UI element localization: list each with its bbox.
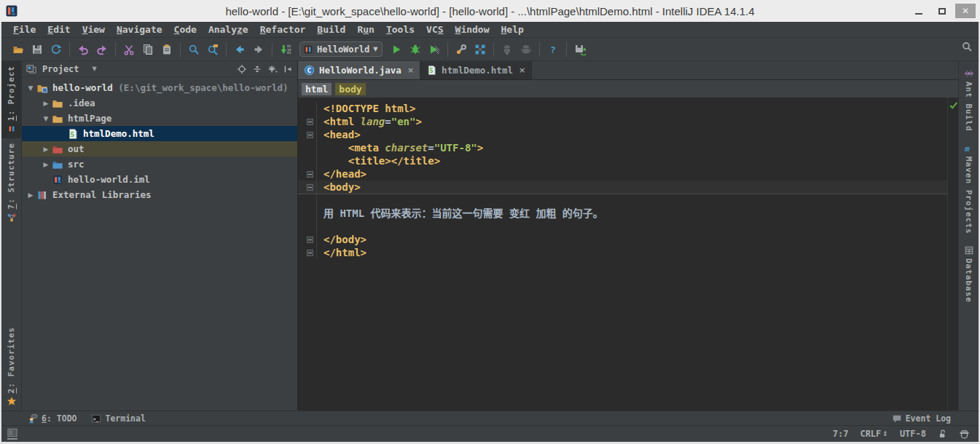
coverage-button[interactable]	[425, 41, 444, 58]
fold-open-icon[interactable]	[307, 132, 313, 138]
tree-row[interactable]: ▼htmlPage	[22, 111, 297, 126]
fold-marker[interactable]	[298, 181, 317, 194]
tree-row[interactable]: ▼hello-world (E:\git_work_space\hello-wo…	[22, 80, 297, 95]
chevron-down-icon[interactable]: ▼	[93, 66, 97, 72]
fold-marker[interactable]	[298, 167, 317, 181]
tool-window-button-ant-build[interactable]: Ant Build	[959, 61, 979, 136]
tool-window-button--favorites[interactable]: 2: Favorites	[1, 322, 21, 411]
caret-position[interactable]: 7:7	[833, 429, 849, 439]
tree-row[interactable]: ▶.idea	[22, 95, 297, 111]
chevron-collapsed-icon[interactable]: ▶	[40, 146, 52, 153]
fold-marker[interactable]	[298, 233, 317, 246]
fold-close-icon[interactable]	[307, 250, 313, 256]
main-area: 1: Project7: Structure2: Favorites Proje…	[1, 61, 979, 411]
tree-row[interactable]: 5htmlDemo.html	[22, 126, 297, 141]
run-button[interactable]	[387, 41, 406, 58]
menu-item-edit[interactable]: Edit	[42, 22, 76, 38]
menu-item-code[interactable]: Code	[168, 22, 203, 38]
redo-button[interactable]	[93, 41, 111, 58]
search-everywhere-icon[interactable]	[961, 41, 973, 52]
gear-icon[interactable]	[267, 64, 278, 74]
chevron-collapsed-icon[interactable]: ▶	[25, 191, 36, 199]
find-button[interactable]	[184, 41, 203, 58]
settings-button[interactable]	[452, 41, 471, 58]
code-line: </html>	[298, 246, 947, 259]
chevron-collapsed-icon[interactable]: ▶	[40, 100, 52, 107]
fold-open-icon[interactable]	[307, 119, 313, 125]
copy-button[interactable]	[138, 41, 157, 58]
check-icon[interactable]	[949, 100, 958, 110]
fold-marker[interactable]	[298, 115, 317, 128]
help-button[interactable]: ?	[544, 41, 562, 58]
project-structure-button[interactable]	[471, 41, 490, 58]
collapse-all-icon[interactable]	[252, 64, 262, 74]
close-icon[interactable]: ×	[519, 66, 525, 75]
fold-close-icon[interactable]	[307, 171, 313, 178]
code-text: <body>	[317, 181, 361, 194]
tree-row[interactable]: hello-world.iml	[22, 172, 297, 187]
android-sdk-icon	[501, 44, 513, 55]
menu-item-window[interactable]: Window	[450, 22, 495, 38]
chevron-expanded-icon[interactable]: ▼	[25, 84, 36, 92]
toolwindow-toggle-icon[interactable]	[7, 428, 17, 440]
maximize-button[interactable]	[932, 4, 952, 18]
menu-item-navigate[interactable]: Navigate	[111, 22, 168, 38]
menu-item-build[interactable]: Build	[311, 22, 351, 38]
tool-window-button-event-log[interactable]: Event Log	[892, 413, 951, 424]
fold-marker[interactable]	[298, 246, 317, 259]
export-settings-button[interactable]	[571, 41, 589, 58]
fold-open-icon[interactable]	[307, 184, 313, 191]
menu-item-run[interactable]: Run	[351, 22, 380, 38]
tree-row[interactable]: ▶out	[22, 141, 297, 156]
forward-button[interactable]	[249, 41, 268, 58]
encoding-selector[interactable]: UTF-8	[900, 429, 926, 439]
project-view-icon	[26, 64, 36, 74]
tree-row[interactable]: ▶src	[22, 156, 297, 172]
menu-item-refactor[interactable]: Refactor	[254, 22, 312, 38]
chevron-expanded-icon[interactable]: ▼	[40, 115, 52, 122]
tool-window-button-database[interactable]: Database	[959, 238, 979, 307]
tool-window-button-maven-projects[interactable]: mMaven Projects	[959, 136, 979, 239]
undo-button[interactable]	[74, 41, 93, 58]
debug-button[interactable]	[406, 41, 425, 58]
close-icon[interactable]: ×	[407, 66, 414, 75]
menu-item-help[interactable]: Help	[495, 22, 530, 38]
menu-item-view[interactable]: View	[77, 22, 111, 38]
back-button[interactable]	[230, 41, 249, 58]
run-configuration-selector[interactable]: HelloWorld▼	[299, 41, 383, 57]
chevron-collapsed-icon[interactable]: ▶	[40, 161, 52, 168]
copy-icon	[142, 44, 154, 55]
tab-htmldemo-html[interactable]: 5htmlDemo.html×	[420, 61, 532, 79]
breadcrumb-html[interactable]: html	[302, 83, 332, 95]
save-all-button[interactable]	[28, 41, 47, 58]
vcs-update-button[interactable]: 011001	[276, 41, 295, 58]
paste-button[interactable]	[157, 41, 176, 58]
menu-item-analyze[interactable]: Analyze	[203, 22, 254, 38]
hide-panel-icon[interactable]	[283, 64, 293, 74]
tool-window-button--project[interactable]: 1: Project	[1, 61, 21, 138]
lock-icon[interactable]	[938, 429, 947, 439]
menu-item-file[interactable]: File	[7, 22, 42, 38]
project-panel-title[interactable]: Project	[42, 64, 79, 74]
tool-window-button-6-todo[interactable]: 6: TODO	[28, 413, 77, 424]
open-folder-button[interactable]	[9, 41, 28, 58]
fold-close-icon[interactable]	[307, 237, 313, 243]
code-text: <head>	[317, 128, 361, 141]
minimize-button[interactable]	[909, 4, 929, 18]
tool-window-button--structure[interactable]: 7: Structure	[1, 138, 21, 226]
tree-row[interactable]: ▶External Libraries	[22, 187, 297, 202]
code-editor-area[interactable]: <!DOCTYPE html><html lang="en"><head> <m…	[298, 98, 947, 411]
tool-window-button-terminal[interactable]: >_Terminal	[91, 413, 145, 424]
fold-marker[interactable]	[298, 128, 317, 141]
cut-button[interactable]	[119, 41, 138, 58]
line-ending-selector[interactable]: CRLF↕	[860, 429, 887, 439]
hector-inspector-icon[interactable]	[959, 429, 970, 440]
close-button[interactable]: ✕	[955, 4, 976, 18]
tab-helloworld-java[interactable]: CHelloWorld.java×	[298, 61, 420, 79]
synchronize-button[interactable]	[47, 41, 66, 58]
menu-item-tools[interactable]: Tools	[380, 22, 420, 38]
replace-button[interactable]	[203, 41, 222, 58]
breadcrumb-body[interactable]: body	[335, 83, 365, 95]
menu-item-vcs[interactable]: VCS	[420, 22, 449, 38]
locate-icon[interactable]	[237, 64, 247, 74]
